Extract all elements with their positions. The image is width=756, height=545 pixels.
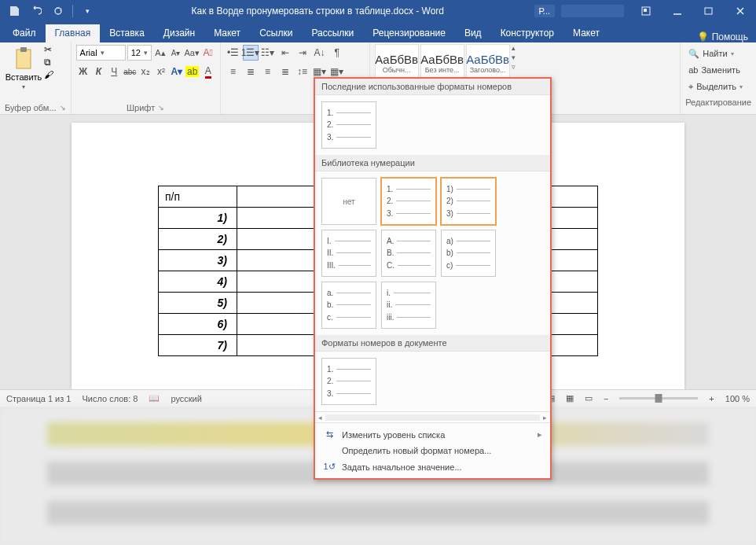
font-color-icon[interactable]: A — [201, 64, 215, 79]
tab-home[interactable]: Главная — [46, 24, 101, 42]
zoom-slider[interactable] — [619, 397, 698, 400]
qat-customize-icon[interactable]: ▾ — [78, 2, 97, 20]
row-number[interactable]: 2) — [159, 229, 237, 250]
find-button[interactable]: 🔍Найти▾ — [688, 46, 748, 61]
quick-access-toolbar: ▾ — [0, 2, 101, 20]
align-right-icon[interactable]: ≡ — [260, 64, 276, 79]
tab-table-layout[interactable]: Макет — [563, 24, 609, 42]
row-number[interactable]: 1) — [159, 208, 237, 229]
num-tile-abc-paren[interactable]: a) b) c) — [441, 230, 496, 277]
tab-insert[interactable]: Вставка — [100, 24, 154, 42]
maximize-icon[interactable] — [693, 2, 725, 20]
tell-me[interactable]: 💡 Помощь — [689, 31, 756, 42]
dec-indent-icon[interactable]: ⇤ — [277, 45, 293, 61]
change-list-level[interactable]: ⇆Изменить уровень списка▸ — [315, 426, 550, 443]
line-spacing-icon[interactable]: ↕≡ — [295, 64, 310, 79]
font-size-combo[interactable]: 12 — [127, 45, 152, 61]
ribbon-options-icon[interactable] — [630, 2, 662, 20]
zoom-in-icon[interactable]: + — [709, 394, 714, 403]
style-nospacing[interactable]: АаБбВвБез инте... — [420, 44, 464, 82]
num-tile-doc[interactable]: 1. 2. 3. — [321, 358, 376, 405]
bullets-icon[interactable]: •☰ — [226, 45, 241, 61]
align-center-icon[interactable]: ≣ — [243, 64, 259, 79]
styles-more-icon[interactable]: ▴ — [512, 44, 516, 52]
styles-more-icon[interactable]: ▾ — [512, 53, 516, 61]
tab-design[interactable]: Дизайн — [154, 24, 204, 42]
num-tile-abc-upper[interactable]: A. B. C. — [381, 230, 436, 277]
select-button[interactable]: ⌖Выделить▾ — [688, 79, 748, 94]
copy-icon[interactable]: ⧉ — [44, 57, 53, 68]
superscript-button[interactable]: x² — [154, 64, 168, 79]
row-number[interactable]: 7) — [159, 335, 237, 356]
paste-button[interactable]: Вставить ▾ — [5, 44, 42, 92]
launcher-icon[interactable]: ↘ — [60, 104, 66, 112]
format-painter-icon[interactable]: 🖌 — [44, 69, 53, 80]
underline-button[interactable]: Ч — [107, 64, 121, 79]
num-tile-roman[interactable]: I. II. III. — [321, 230, 376, 277]
text-effects-icon[interactable]: A▾ — [170, 64, 184, 79]
num-tile-recent[interactable]: 1. 2. 3. — [321, 101, 376, 149]
page-indicator[interactable]: Страница 1 из 1 — [6, 394, 71, 403]
minimize-icon[interactable] — [662, 2, 693, 20]
close-icon[interactable] — [725, 2, 756, 20]
define-new-format[interactable]: Определить новый формат номера... — [315, 443, 550, 458]
italic-button[interactable]: К — [92, 64, 106, 79]
zoom-out-icon[interactable]: − — [604, 394, 608, 403]
account-badge[interactable]: Р... — [534, 5, 555, 17]
view-read-icon[interactable]: ▦ — [566, 393, 574, 403]
language-indicator[interactable]: русский — [171, 394, 201, 403]
dropdown-scrollbar[interactable]: ◂▸ — [315, 411, 550, 422]
highlight-icon[interactable]: ab — [185, 64, 200, 79]
bold-button[interactable]: Ж — [76, 64, 90, 79]
launcher-icon[interactable]: ↘ — [158, 104, 164, 112]
row-number[interactable]: 3) — [159, 250, 237, 271]
tab-layout[interactable]: Макет — [204, 24, 250, 42]
num-tile-abc-dot[interactable]: a. b. c. — [321, 282, 376, 329]
tab-table-design[interactable]: Конструктор — [491, 24, 563, 42]
sort-icon[interactable]: A↓ — [312, 45, 328, 61]
tab-view[interactable]: Вид — [455, 24, 491, 42]
num-tile-none[interactable]: нет — [321, 178, 376, 225]
spellcheck-icon[interactable]: 📖 — [149, 393, 160, 403]
justify-icon[interactable]: ≣ — [277, 64, 293, 79]
tab-mailings[interactable]: Рассылки — [302, 24, 363, 42]
undo-icon[interactable] — [27, 2, 46, 20]
header-cell[interactable]: п/п — [159, 186, 237, 208]
num-tile-roman-lower[interactable]: i. ii. iii. — [381, 282, 436, 329]
style-name: Без инте... — [425, 66, 460, 74]
show-marks-icon[interactable]: ¶ — [329, 45, 345, 61]
row-number[interactable]: 5) — [159, 293, 237, 314]
grow-font-icon[interactable]: A▴ — [153, 45, 167, 61]
numbering-icon[interactable]: 1☰▾ — [243, 45, 259, 61]
row-number[interactable]: 6) — [159, 314, 237, 335]
word-count[interactable]: Число слов: 8 — [82, 394, 138, 403]
subscript-button[interactable]: x₂ — [138, 64, 152, 79]
inc-indent-icon[interactable]: ⇥ — [295, 45, 310, 61]
multilevel-icon[interactable]: ☷▾ — [260, 45, 276, 61]
cut-icon[interactable]: ✂ — [44, 44, 53, 55]
num-tile-123dot[interactable]: 1. 2. 3. — [381, 178, 436, 225]
style-heading[interactable]: АаБбВвЗаголово... — [466, 44, 510, 82]
tab-references[interactable]: Ссылки — [250, 24, 302, 42]
strike-button[interactable]: abc — [123, 64, 137, 79]
num-tile-123paren[interactable]: 1) 2) 3) — [441, 178, 496, 225]
number-icon: 1↺ — [323, 462, 336, 472]
tab-review[interactable]: Рецензирование — [363, 24, 455, 42]
zoom-level[interactable]: 100 % — [725, 394, 750, 403]
save-icon[interactable] — [5, 2, 24, 20]
styles-expand-icon[interactable]: ▿ — [512, 63, 516, 71]
font-name-combo[interactable]: Arial — [76, 45, 126, 61]
clear-format-icon[interactable]: A⃠ — [201, 45, 215, 61]
redo-icon[interactable] — [49, 2, 68, 20]
editing-group-label: Редактирование — [685, 98, 751, 107]
set-start-value[interactable]: 1↺Задать начальное значение... — [315, 458, 550, 475]
row-number[interactable]: 4) — [159, 271, 237, 293]
style-sample-text: АаБбВв — [375, 53, 418, 66]
shrink-font-icon[interactable]: A▾ — [169, 45, 183, 61]
replace-button[interactable]: abЗаменить — [688, 62, 748, 78]
tab-file[interactable]: Файл — [3, 24, 46, 42]
style-normal[interactable]: АаБбВвОбычн... — [375, 44, 419, 82]
view-web-icon[interactable]: ▭ — [585, 393, 593, 403]
change-case-icon[interactable]: Aa▾ — [184, 45, 199, 61]
align-left-icon[interactable]: ≡ — [226, 64, 241, 79]
